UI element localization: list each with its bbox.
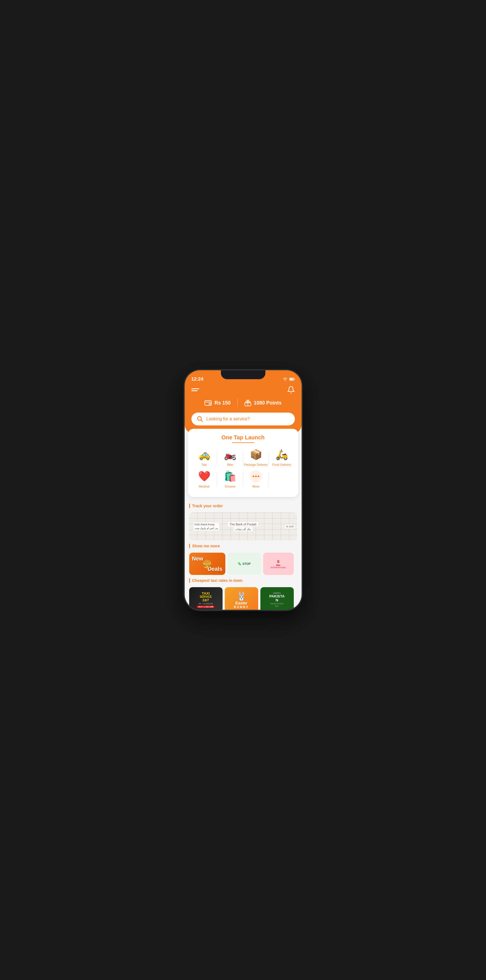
- svg-line-10: [201, 420, 203, 422]
- service-bike[interactable]: 🏍️ Bike: [217, 448, 243, 466]
- balance-divider: [237, 399, 238, 407]
- service-package[interactable]: 📦 Package Delivery: [243, 448, 269, 466]
- service-taxi[interactable]: 🚕 Taxi: [191, 448, 217, 466]
- new-deals-banner[interactable]: New Deals 🍔: [189, 553, 226, 575]
- phone-frame: 12:24: [185, 370, 302, 610]
- svg-point-5: [210, 404, 210, 404]
- wallet-balance[interactable]: Rs 150: [205, 399, 230, 406]
- more-label: More: [253, 485, 259, 488]
- medical-icon: ❤️: [196, 470, 212, 483]
- balance-row: Rs 150 1080 Points: [191, 399, 295, 407]
- svg-rect-2: [290, 379, 293, 380]
- more-icon: [248, 470, 264, 483]
- service-medical[interactable]: ❤️ Medical: [191, 470, 217, 488]
- status-icons: [283, 377, 295, 381]
- phone-screen: 12:24: [185, 370, 302, 610]
- wifi-icon: [283, 377, 287, 381]
- bike-icon: 🏍️: [222, 448, 238, 461]
- taxi-service-card[interactable]: TAXI SERVICE 24/7 Tel: +123456789 FAST &…: [189, 587, 222, 610]
- service-more[interactable]: More: [243, 470, 269, 488]
- services-card: One Tap Launch 🚕 Taxi 🏍️ Bike 📦 Package …: [188, 429, 298, 497]
- grocery-label: Grocery: [224, 485, 235, 488]
- services-row-1: 🚕 Taxi 🏍️ Bike 📦 Package Delivery 🛵 Food…: [191, 448, 295, 466]
- medical-label: Medical: [199, 485, 210, 488]
- services-row-2: ❤️ Medical 🛍️ Grocery More: [191, 470, 295, 488]
- search-input[interactable]: [206, 417, 289, 422]
- notification-bell-icon[interactable]: [287, 386, 295, 394]
- show-more-section: Show me more: [185, 540, 302, 553]
- taxi-icon: 🚕: [196, 448, 212, 461]
- track-order-section: Track your order: [185, 500, 302, 512]
- search-bar[interactable]: [191, 413, 295, 425]
- phone-notch: [221, 370, 265, 379]
- taxi-row: TAXI SERVICE 24/7 Tel: +123456789 FAST &…: [185, 587, 302, 610]
- services-title: One Tap Launch: [191, 434, 295, 441]
- grocery-icon: 🛍️: [222, 470, 238, 483]
- show-more-title: Show me more: [189, 544, 297, 548]
- map-container[interactable]: The Bank of Punjab بنک آف پنجاب PSO Petr…: [189, 512, 297, 540]
- service-grocery[interactable]: 🛍️ Grocery: [217, 470, 243, 488]
- package-icon: 📦: [248, 448, 264, 461]
- points-balance[interactable]: 1080 Points: [244, 399, 281, 406]
- wallet-icon: [205, 399, 212, 406]
- food-icon: 🛵: [274, 448, 290, 461]
- search-icon: [197, 416, 203, 422]
- food-label: Food Delivery: [272, 463, 291, 466]
- track-order-title: Track your order: [189, 504, 297, 508]
- gift-icon: [244, 399, 251, 406]
- battery-icon: [289, 377, 295, 381]
- hamburger-menu[interactable]: [191, 388, 199, 391]
- services-divider: [232, 442, 254, 443]
- taxi-section: Cheapest taxi rates in town: [185, 575, 302, 587]
- status-time: 12:24: [191, 376, 203, 382]
- stop-banner[interactable]: 🦠 STOP: [227, 553, 261, 575]
- taxi-section-title: Cheapest taxi rates in town: [189, 578, 297, 583]
- service-food[interactable]: 🛵 Food Delivery: [269, 448, 295, 466]
- points-amount: 1080 Points: [254, 400, 281, 406]
- wallet-amount: Rs 150: [214, 400, 230, 406]
- easter-bunny-card[interactable]: 🐰 Easter BUNNY: [225, 587, 258, 610]
- pakistan-card[interactable]: HAPPY PAKISTAN RESOLUTIONDAY: [260, 587, 294, 610]
- header-top: [191, 386, 295, 394]
- svg-rect-1: [294, 379, 295, 380]
- header: Rs 150 1080 Points: [185, 383, 302, 433]
- bike-label: Bike: [227, 463, 233, 466]
- package-label: Package Delivery: [244, 463, 268, 466]
- march-banner[interactable]: 8 Mar INTERNATIONAL: [263, 553, 294, 575]
- taxi-label: Taxi: [202, 463, 207, 466]
- banners-row: New Deals 🍔 🦠 STOP 8 Mar INTERNATIONAL: [185, 553, 302, 575]
- more-dots: [250, 470, 262, 482]
